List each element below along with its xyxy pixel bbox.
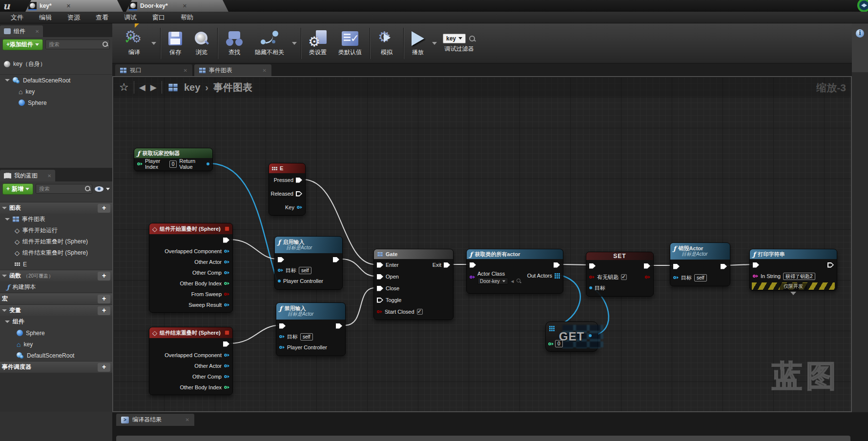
pin-output-value[interactable] xyxy=(645,276,650,279)
node-array-get[interactable]: GET 0 xyxy=(545,321,598,352)
pin-out-actors-array[interactable] xyxy=(555,273,560,279)
compile-button[interactable]: ⚙⚙✓ 编译 xyxy=(119,28,149,59)
node-set-variable[interactable]: SET 有无钥匙 目标 xyxy=(586,252,654,297)
breadcrumb-current[interactable]: 事件图表 xyxy=(213,81,252,94)
pin-exec-in[interactable] xyxy=(279,323,286,329)
hide-unrelated-button[interactable]: 隐藏不相关 xyxy=(249,28,290,59)
pin-pressed-exec[interactable] xyxy=(296,178,302,183)
pin-other-actor[interactable] xyxy=(224,261,229,263)
pin-exit[interactable] xyxy=(444,262,450,268)
pin-target[interactable] xyxy=(673,276,679,279)
pin-player-index[interactable] xyxy=(137,162,143,165)
pin-exec-in[interactable] xyxy=(589,263,596,269)
close-icon[interactable]: ✕ xyxy=(184,68,187,73)
add-variable-button[interactable]: + xyxy=(98,306,110,315)
pin-exec-out[interactable] xyxy=(827,262,834,268)
node-disable-input[interactable]: ƒ 禁用输入 目标是Actor 目标 self Player Controlle… xyxy=(276,302,346,356)
pin-exec-out[interactable] xyxy=(644,263,650,269)
node-end-overlap[interactable]: ◇ 组件结束重叠时 (Sphere) Overlapped Component … xyxy=(149,327,233,395)
hide-unrelated-chevron[interactable] xyxy=(292,42,297,45)
add-dispatcher-button[interactable]: + xyxy=(98,363,110,372)
add-function-button[interactable]: + xyxy=(98,272,110,281)
tab-my-blueprint[interactable]: 我的蓝图 ✕ xyxy=(0,170,55,181)
add-new-button[interactable]: + 新增 xyxy=(2,183,33,195)
pin-close[interactable] xyxy=(377,286,383,291)
pin-exec-out[interactable] xyxy=(333,257,339,262)
pin-toggle[interactable] xyxy=(377,298,383,303)
save-button[interactable]: 保存 xyxy=(163,28,188,59)
has-key-checkbox[interactable] xyxy=(621,274,627,280)
node-expander-icon[interactable] xyxy=(790,292,796,295)
node-key-event-e[interactable]: E Pressed Released Key xyxy=(269,163,306,216)
pin-player-controller[interactable] xyxy=(278,280,281,282)
pin-overlapped-component[interactable] xyxy=(224,250,229,253)
event-begin-overlap[interactable]: ◇ 组件开始重叠时 (Sphere) xyxy=(0,236,112,247)
pin-exec-out[interactable] xyxy=(336,323,342,329)
start-closed-checkbox[interactable] xyxy=(417,309,423,315)
section-graphs[interactable]: 图表 + xyxy=(0,202,112,214)
pin-key[interactable] xyxy=(297,206,302,209)
close-icon[interactable]: ✕ xyxy=(47,173,51,179)
menu-edit[interactable]: 编辑 xyxy=(32,12,59,23)
component-defaultsceneroot[interactable]: DefaultSceneRoot xyxy=(0,75,112,86)
pin-exec-out[interactable] xyxy=(223,238,229,243)
pin-from-sweep[interactable] xyxy=(224,293,229,296)
variable-category-components[interactable]: 组件 xyxy=(0,316,112,327)
class-settings-button[interactable]: ⚙ 类设置 xyxy=(303,28,332,59)
pin-overlapped-component[interactable] xyxy=(224,354,229,357)
pin-has-key-bool[interactable] xyxy=(589,276,595,279)
menu-debug[interactable]: 调试 xyxy=(117,12,144,23)
close-icon[interactable]: ✕ xyxy=(66,3,71,9)
pin-open[interactable] xyxy=(377,274,383,280)
pin-exec-out[interactable] xyxy=(721,264,727,269)
browse-button[interactable]: 浏览 xyxy=(188,28,215,59)
in-string-value[interactable]: 获得了钥匙2 xyxy=(783,273,815,280)
pin-enter[interactable] xyxy=(377,262,383,268)
info-icon[interactable]: i xyxy=(856,29,864,38)
pin-player-controller[interactable] xyxy=(279,346,285,349)
find-button[interactable]: 查找 xyxy=(220,28,249,59)
variable-key[interactable]: ⌂ key xyxy=(0,339,112,350)
component-sphere[interactable]: Sphere xyxy=(0,97,112,108)
pin-exec-in[interactable] xyxy=(753,262,759,268)
tab-event-graph[interactable]: 事件图表 ✕ xyxy=(194,64,271,76)
pin-other-actor[interactable] xyxy=(224,364,229,367)
menu-view[interactable]: 查看 xyxy=(89,12,115,23)
compile-options-chevron[interactable] xyxy=(151,42,156,45)
add-macro-button[interactable]: + xyxy=(98,295,110,303)
pin-array-in[interactable] xyxy=(549,326,555,331)
pin-exec-out[interactable] xyxy=(554,262,560,268)
pin-released-exec[interactable] xyxy=(296,191,302,197)
node-print-string[interactable]: ƒ 打印字符串 In String 获得了钥匙2 仅限开发 xyxy=(749,249,837,291)
menu-window[interactable]: 窗口 xyxy=(145,12,172,23)
event-graph-canvas[interactable]: ☆ ◀ ▶ key › 事件图表 缩放-3 蓝图 ƒ 获取玩家控制器 Playe… xyxy=(112,76,852,412)
debug-object-dropdown[interactable]: key xyxy=(443,34,466,43)
node-get-all-actors-of-class[interactable]: ƒ 获取类的所有actor Actor Class Door-key xyxy=(466,249,563,294)
section-functions[interactable]: 函数 （20可覆盖） + xyxy=(0,270,112,281)
browse-to-icon[interactable] xyxy=(517,279,521,283)
variable-defaultsceneroot[interactable]: DefaultSceneRoot xyxy=(0,350,112,361)
section-dispatchers[interactable]: 事件调度器 + xyxy=(0,361,112,373)
node-destroy-actor[interactable]: ƒ 销毁Actor 目标是Actor 目标 self xyxy=(670,242,730,286)
pin-exec-in[interactable] xyxy=(470,262,476,268)
debug-search-icon[interactable] xyxy=(469,35,475,42)
event-end-overlap[interactable]: ◇ 组件结束重叠时 (Sphere) xyxy=(0,247,112,259)
pin-target[interactable] xyxy=(589,286,592,289)
add-component-button[interactable]: +添加组件 xyxy=(2,39,43,50)
pin-other-comp[interactable] xyxy=(224,375,229,378)
nav-back-icon[interactable]: ◀ xyxy=(139,82,145,93)
pin-target[interactable] xyxy=(278,269,283,272)
node-enable-input[interactable]: ƒ 启用输入 目标是Actor 目标 self Player Controlle… xyxy=(274,236,343,290)
favorite-star-icon[interactable]: ☆ xyxy=(119,81,129,94)
pin-other-comp[interactable] xyxy=(224,271,229,274)
expand-arrow-icon[interactable] xyxy=(5,218,10,220)
variable-sphere[interactable]: Sphere xyxy=(0,327,112,339)
event-beginplay[interactable]: ◇ 事件开始运行 xyxy=(0,225,112,236)
asset-tab-door-key[interactable]: Door-key* ✕ xyxy=(126,0,228,12)
tutorial-badge-icon[interactable] xyxy=(857,0,868,12)
section-macros[interactable]: 宏 + xyxy=(0,293,112,304)
pin-exec-in[interactable] xyxy=(278,257,284,262)
pin-other-body-index[interactable] xyxy=(224,282,229,285)
close-icon[interactable]: ✕ xyxy=(186,417,189,422)
pin-exec-in[interactable] xyxy=(673,264,680,269)
